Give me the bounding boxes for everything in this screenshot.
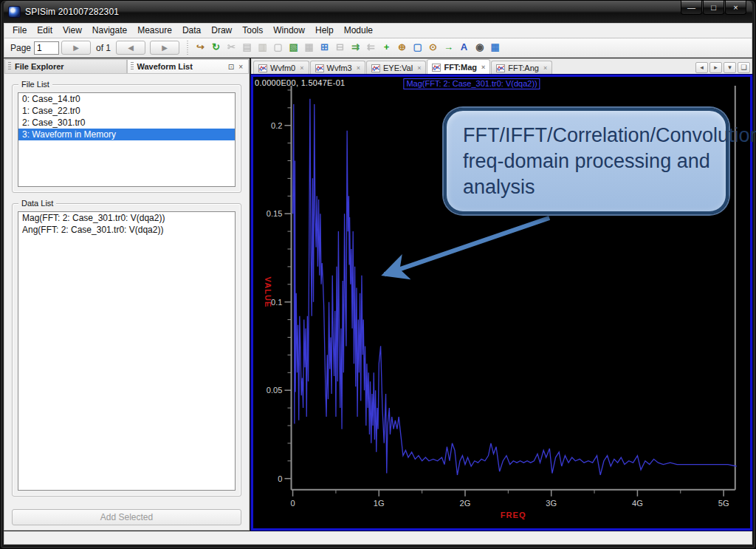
maximize-view-icon[interactable]: ❑ bbox=[738, 62, 750, 73]
waveform-tab-icon bbox=[258, 64, 267, 72]
window-controls: —□× bbox=[680, 1, 746, 15]
zoom-in-icon[interactable]: ⊕ bbox=[395, 41, 409, 55]
panel-grip-icon bbox=[131, 62, 134, 71]
remove-window-icon: ⊟ bbox=[333, 41, 347, 55]
tab-label: EYE:Val bbox=[383, 64, 413, 72]
list-item[interactable]: Mag(FFT: 2: Case_301.tr0: V(dqa2)) bbox=[18, 212, 235, 224]
menu-item-view[interactable]: View bbox=[58, 24, 87, 38]
copy-icon: ▤ bbox=[240, 41, 254, 55]
tab-wvfm0[interactable]: Wvfm0× bbox=[253, 61, 309, 75]
right-panel: Wvfm0×Wvfm3×EYE:Val×FFT:Mag×FFT:Ang×◂▸▾❑… bbox=[251, 58, 752, 531]
title-bar[interactable]: SPISim 201007282301 —□× bbox=[4, 1, 752, 23]
page-forward-icon[interactable]: ⇉ bbox=[348, 41, 362, 55]
file-listbox[interactable]: 0: Case_14.tr01: Case_22.tr02: Case_301.… bbox=[18, 92, 236, 187]
tab-close-icon[interactable]: × bbox=[357, 64, 360, 72]
prev-page-button[interactable]: ◀ bbox=[116, 41, 145, 55]
float-panel-icon[interactable]: ⊡ bbox=[226, 63, 236, 71]
menu-item-tools[interactable]: Tools bbox=[237, 24, 268, 38]
tab-fft-ang[interactable]: FFT:Ang× bbox=[491, 61, 552, 75]
waveform-tab-icon bbox=[432, 64, 441, 72]
add-curve-icon[interactable]: + bbox=[379, 41, 394, 55]
page-input[interactable] bbox=[34, 41, 59, 55]
toolbar-separator bbox=[185, 41, 189, 55]
list-item[interactable]: 3: Waveform in Memory bbox=[18, 129, 235, 140]
tab-label: FFT:Mag bbox=[444, 63, 477, 72]
new-page-icon: ▢ bbox=[271, 41, 285, 55]
menu-item-navigate[interactable]: Navigate bbox=[87, 24, 132, 38]
page-count-label: of 1 bbox=[96, 43, 111, 53]
list-item[interactable]: 1: Case_22.tr0 bbox=[18, 105, 235, 117]
menu-item-module[interactable]: Module bbox=[339, 24, 378, 38]
cut-icon: ✂ bbox=[224, 41, 238, 55]
window-title: SPISim 201007282301 bbox=[25, 7, 119, 17]
data-listbox[interactable]: Mag(FFT: 2: Case_301.tr0: V(dqa2))Ang(FF… bbox=[18, 211, 236, 491]
panel-header-waveform-list[interactable]: Waveform List⊡× bbox=[127, 59, 250, 74]
minimize-button[interactable]: — bbox=[681, 1, 702, 15]
file-list-group: File List 0: Case_14.tr01: Case_22.tr02:… bbox=[12, 84, 241, 193]
menu-item-file[interactable]: File bbox=[7, 24, 32, 38]
waveform-tab-icon bbox=[315, 64, 324, 72]
toolbar: Page ▶ of 1 ◀ ▶ ↪↻✂▤▥▢▧▦⊞⊟⇉⇇+⊕▢⊙→A◉▦ bbox=[4, 38, 752, 58]
app-icon bbox=[8, 6, 21, 18]
menu-item-draw[interactable]: Draw bbox=[206, 24, 237, 38]
export-table-icon[interactable]: ▦ bbox=[488, 41, 502, 55]
list-item[interactable]: 2: Case_301.tr0 bbox=[18, 117, 235, 129]
snapshot-icon[interactable]: ◉ bbox=[472, 41, 487, 55]
toolbar-icons: ↪↻✂▤▥▢▧▦⊞⊟⇉⇇+⊕▢⊙→A◉▦ bbox=[193, 41, 503, 55]
insert-page-icon[interactable]: ▧ bbox=[286, 41, 300, 55]
tab-close-icon[interactable]: × bbox=[417, 64, 421, 72]
page-back-icon: ⇇ bbox=[364, 41, 378, 55]
menu-item-data[interactable]: Data bbox=[177, 24, 206, 38]
tab-list-dropdown-icon[interactable]: ▾ bbox=[724, 62, 736, 73]
refresh-icon[interactable]: ↻ bbox=[209, 41, 223, 55]
close-button[interactable]: × bbox=[725, 1, 746, 15]
tab-label: Wvfm3 bbox=[327, 64, 352, 72]
zoom-out-icon[interactable]: ⊙ bbox=[426, 41, 440, 55]
scroll-tabs-right-icon[interactable]: ▸ bbox=[709, 62, 722, 73]
annotate-icon[interactable]: A bbox=[457, 41, 471, 55]
tab-wvfm3[interactable]: Wvfm3× bbox=[310, 61, 366, 75]
tab-label: Wvfm0 bbox=[270, 64, 295, 72]
page-label: Page bbox=[10, 43, 31, 53]
next-page-button[interactable]: ▶ bbox=[61, 41, 91, 55]
tab-eye-val[interactable]: EYE:Val× bbox=[366, 61, 426, 75]
maximize-button[interactable]: □ bbox=[703, 1, 724, 15]
callout-arrow bbox=[385, 218, 549, 274]
main-area: File ExplorerWaveform List⊡× File List 0… bbox=[4, 58, 752, 531]
go-icon[interactable]: → bbox=[441, 41, 456, 55]
tab-close-icon[interactable]: × bbox=[543, 64, 547, 72]
menu-item-measure[interactable]: Measure bbox=[132, 24, 177, 38]
app-window: SPISim 201007282301 —□× FileEditViewNavi… bbox=[0, 0, 756, 549]
panel-header-label: File Explorer bbox=[15, 62, 64, 71]
menu-item-help[interactable]: Help bbox=[310, 24, 339, 38]
tab-close-icon[interactable]: × bbox=[481, 64, 485, 71]
add-selected-button[interactable]: Add Selected bbox=[12, 509, 241, 525]
close-panel-icon[interactable]: × bbox=[236, 63, 245, 71]
panel-header-file-explorer[interactable]: File Explorer bbox=[4, 59, 127, 74]
panel-headers: File ExplorerWaveform List⊡× bbox=[4, 59, 249, 74]
add-window-icon[interactable]: ⊞ bbox=[317, 41, 331, 55]
data-list-group: Data List Mag(FFT: 2: Case_301.tr0: V(dq… bbox=[12, 203, 241, 497]
zoom-region-icon[interactable]: ▢ bbox=[410, 41, 425, 55]
left-panel: File ExplorerWaveform List⊡× File List 0… bbox=[4, 58, 250, 531]
menu-item-edit[interactable]: Edit bbox=[32, 24, 58, 38]
left-panel-content: File List 0: Case_14.tr01: Case_22.tr02:… bbox=[4, 74, 249, 530]
status-bar bbox=[4, 531, 752, 545]
exit-icon[interactable]: ↪ bbox=[193, 41, 207, 55]
tab-fft-mag[interactable]: FFT:Mag× bbox=[427, 59, 490, 75]
panel-header-label: Waveform List bbox=[137, 62, 193, 71]
tab-close-icon[interactable]: × bbox=[300, 64, 303, 72]
callout-bubble: FFT/IFFT/Correlation/Convolution freq-do… bbox=[444, 108, 729, 214]
data-list-title: Data List bbox=[18, 199, 56, 208]
menu-item-window[interactable]: Window bbox=[268, 24, 310, 38]
paste-icon: ▥ bbox=[255, 41, 269, 55]
chart-panel[interactable]: 00.050.10.150.201G2G3G4G5GVALUEFREQ 0.00… bbox=[251, 75, 752, 531]
scroll-tabs-left-icon[interactable]: ◂ bbox=[695, 62, 708, 73]
next-page-button-2[interactable]: ▶ bbox=[150, 41, 179, 55]
menu-bar: FileEditViewNavigateMeasureDataDrawTools… bbox=[4, 23, 752, 38]
file-list-title: File List bbox=[18, 80, 52, 89]
save-page-icon: ▦ bbox=[302, 41, 316, 55]
tab-label: FFT:Ang bbox=[508, 64, 539, 72]
list-item[interactable]: 0: Case_14.tr0 bbox=[18, 93, 235, 105]
list-item[interactable]: Ang(FFT: 2: Case_301.tr0: V(dqa2)) bbox=[18, 224, 235, 236]
